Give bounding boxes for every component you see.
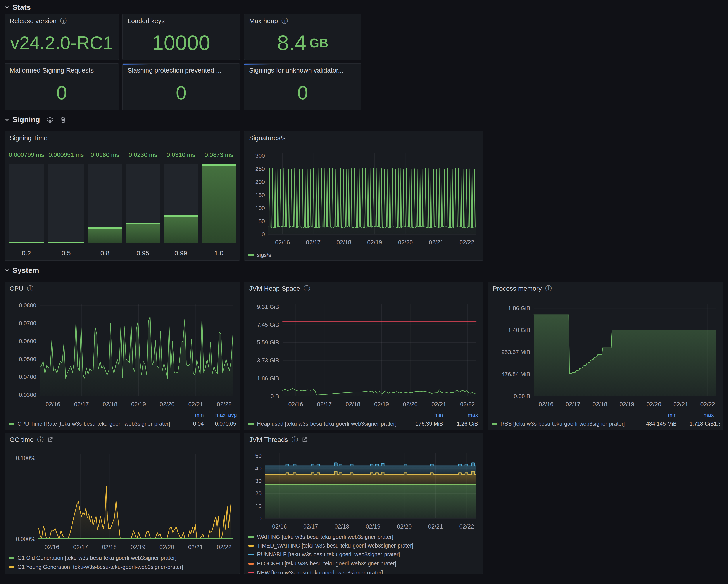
svg-text:02/19: 02/19: [620, 401, 634, 408]
svg-text:150: 150: [256, 192, 265, 198]
svg-text:0.100%: 0.100%: [16, 455, 35, 461]
svg-text:50: 50: [259, 218, 265, 225]
section-header-stats[interactable]: Stats: [5, 3, 31, 11]
legend-label[interactable]: CPU Time IRate [teku-w3s-besu-teku-goerl…: [18, 421, 182, 427]
svg-text:02/16: 02/16: [539, 401, 553, 408]
svg-text:02/18: 02/18: [346, 401, 361, 408]
bar-gauge-column[interactable]: 0.0180 ms0.8: [88, 151, 122, 257]
heap-chart-plot[interactable]: 0 B1.86 GiB3.73 GiB5.59 GiB7.45 GiB9.31 …: [246, 301, 480, 410]
bar-category-label: 1.0: [202, 243, 236, 257]
external-link-icon[interactable]: [47, 437, 53, 443]
bar-gauge[interactable]: [49, 164, 84, 243]
gc-time-chart-plot[interactable]: 0.000%0.100%02/1602/1702/1802/1902/2002/…: [7, 451, 237, 553]
legend-label[interactable]: Heap used [teku-w3s-besu-teku-goerli-web…: [257, 421, 401, 427]
legend-row: Heap used [teku-w3s-besu-teku-goerli-web…: [248, 421, 478, 427]
bar-gauge[interactable]: [202, 164, 236, 243]
info-icon[interactable]: ⓘ: [37, 436, 44, 443]
stat-value: 0: [244, 78, 361, 107]
bar-gauge-column[interactable]: 0.0310 ms0.99: [164, 151, 198, 257]
bar-value-label: 0.000951 ms: [49, 151, 84, 161]
panel-title: Signatures/s: [249, 134, 286, 142]
signatures-chart-plot[interactable]: 05010015020025030002/1602/1702/1802/1902…: [246, 150, 480, 248]
jvm-threads-chart-plot[interactable]: 0102030405002/1602/1702/1802/1902/2002/2…: [246, 451, 480, 532]
section-header-system[interactable]: System: [5, 266, 39, 275]
panel-slashing-prevented: Slashing protection prevented ... 0: [123, 64, 240, 110]
bar-gauge-column[interactable]: 0.0230 ms0.95: [126, 151, 160, 257]
bar-gauge[interactable]: [9, 164, 44, 243]
legend-max: 1.26 GiB: [443, 421, 478, 427]
svg-text:02/22: 02/22: [460, 401, 475, 408]
legend-label[interactable]: NEW [teku-w3s-besu-teku-goerli-web3signe…: [257, 569, 479, 574]
info-icon[interactable]: ⓘ: [60, 18, 67, 24]
svg-text:9.31 GiB: 9.31 GiB: [257, 304, 279, 310]
bar-gauge[interactable]: [126, 164, 160, 243]
legend-marker: [248, 554, 254, 555]
info-icon[interactable]: ⓘ: [291, 436, 298, 443]
external-link-icon[interactable]: [302, 437, 308, 443]
legend-avg: 0.05: [226, 421, 237, 427]
gear-icon[interactable]: [47, 116, 53, 123]
panel-title: Process memory: [493, 285, 542, 292]
legend-row: CPU Time IRate [teku-w3s-besu-teku-goerl…: [9, 421, 237, 427]
bar-gauge-fill: [88, 227, 122, 243]
legend-marker: [9, 566, 15, 568]
stat-value: 10000: [123, 29, 239, 57]
legend-label[interactable]: G1 Old Generation [teku-w3s-besu-teku-go…: [18, 555, 236, 561]
legend-row: sigs/s: [248, 252, 479, 258]
legend-row: WAITING [teku-w3s-besu-teku-goerli-web3s…: [248, 534, 479, 540]
svg-text:02/17: 02/17: [74, 401, 89, 408]
trash-icon[interactable]: [60, 116, 66, 123]
svg-text:300: 300: [256, 152, 265, 159]
signing-time-bar-gauge[interactable]: 0.000799 ms0.20.000951 ms0.50.0180 ms0.8…: [9, 151, 236, 257]
info-icon[interactable]: ⓘ: [27, 285, 33, 292]
stat-unit: GB: [309, 35, 329, 50]
section-title: System: [12, 266, 39, 275]
info-icon[interactable]: ⓘ: [304, 285, 310, 292]
legend-avg: 1.3: [714, 421, 720, 427]
svg-text:02/20: 02/20: [398, 239, 413, 246]
legend-label[interactable]: WAITING [teku-w3s-besu-teku-goerli-web3s…: [257, 534, 479, 540]
bar-value-label: 0.000799 ms: [9, 151, 44, 161]
section-header-signing[interactable]: Signing: [5, 115, 66, 124]
svg-text:02/17: 02/17: [317, 401, 332, 408]
panel-title: Max heap: [249, 17, 278, 25]
svg-text:02/22: 02/22: [217, 401, 232, 408]
bar-gauge-column[interactable]: 0.0873 ms1.0: [202, 151, 236, 257]
cpu-chart-plot[interactable]: 0.03000.04000.05000.06000.07000.080002/1…: [7, 301, 237, 410]
legend-stat-headers: min max avg: [9, 412, 237, 418]
legend-label[interactable]: RSS [teku-w3s-besu-teku-goerli-web3signe…: [500, 421, 633, 427]
svg-text:1.40 GiB: 1.40 GiB: [508, 327, 530, 333]
svg-text:1.86 GiB: 1.86 GiB: [508, 305, 530, 311]
legend-label[interactable]: sigs/s: [257, 252, 479, 258]
info-icon[interactable]: ⓘ: [545, 285, 552, 292]
panel-loaded-keys: Loaded keys 10000: [123, 14, 240, 60]
legend-marker: [9, 557, 15, 559]
svg-text:0.0800: 0.0800: [19, 302, 36, 309]
stat-value: 0: [123, 78, 239, 107]
bar-gauge[interactable]: [164, 164, 198, 243]
section-title: Stats: [12, 3, 31, 11]
legend-marker: [492, 423, 497, 425]
panel-cpu: CPU ⓘ 0.03000.04000.05000.06000.07000.08…: [5, 281, 240, 430]
panel-loading-indicator: [244, 64, 270, 65]
info-icon[interactable]: ⓘ: [282, 18, 288, 24]
svg-text:02/22: 02/22: [460, 239, 474, 246]
svg-text:30: 30: [255, 478, 262, 484]
bar-gauge-column[interactable]: 0.000951 ms0.5: [49, 151, 84, 257]
svg-text:0: 0: [259, 515, 262, 522]
bar-gauge-column[interactable]: 0.000799 ms0.2: [9, 151, 44, 257]
process-memory-chart-plot[interactable]: 0.00 B476.84 MiB953.67 MiB1.40 GiB1.86 G…: [490, 301, 720, 410]
stat-value: 8.4GB: [244, 29, 361, 57]
svg-text:02/19: 02/19: [131, 401, 146, 408]
legend-label[interactable]: TIMED_WAITING [teku-w3s-besu-teku-goerli…: [257, 542, 479, 549]
bar-gauge[interactable]: [88, 164, 122, 243]
bar-gauge-fill: [202, 164, 236, 243]
legend-label[interactable]: BLOCKED [teku-w3s-besu-teku-goerli-web3s…: [257, 560, 479, 567]
legend-label[interactable]: RUNNABLE [teku-w3s-besu-teku-goerli-web3…: [257, 551, 479, 558]
svg-text:250: 250: [256, 166, 265, 172]
legend-stat-headers: min max: [492, 412, 714, 418]
legend-min: 484.145 MiB: [633, 421, 677, 427]
section-title: Signing: [12, 115, 40, 124]
legend-label[interactable]: G1 Young Generation [teku-w3s-besu-teku-…: [18, 564, 236, 570]
legend-row: RUNNABLE [teku-w3s-besu-teku-goerli-web3…: [248, 551, 479, 558]
